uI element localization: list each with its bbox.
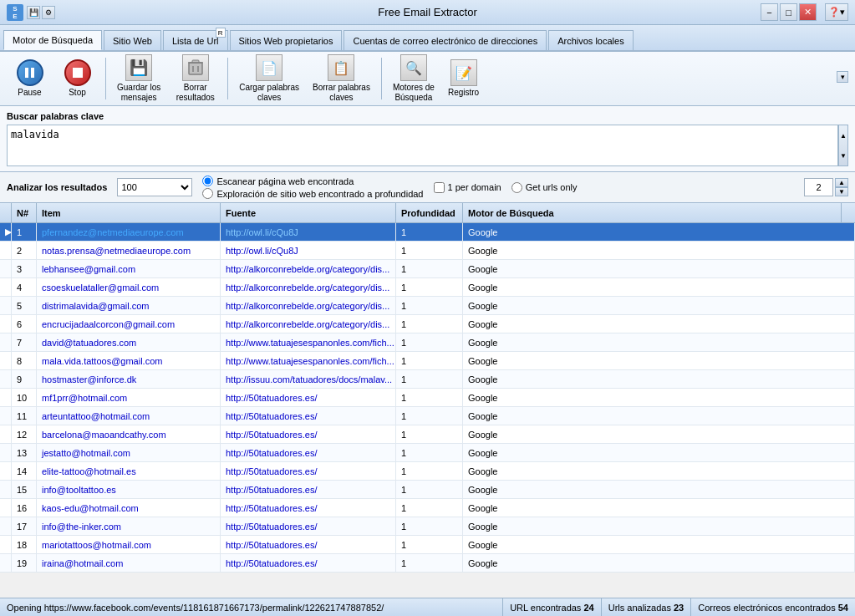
row-source: http://issuu.com/tatuadores/docs/malav..…	[221, 370, 396, 388]
row-arrow	[0, 389, 12, 406]
table-row[interactable]: 4csoeskuelataller@gmail.comhttp://alkorc…	[0, 278, 855, 297]
row-depth: 1	[396, 278, 463, 296]
table-row[interactable]: 2notas.prensa@netmediaeurope.comhttp://o…	[0, 242, 855, 260]
spin-down-button[interactable]: ▼	[835, 187, 848, 196]
table-row[interactable]: 5distrimalavida@gmail.comhttp://alkorcon…	[0, 297, 855, 315]
row-number: 3	[12, 260, 37, 277]
table-row[interactable]: 12barcelona@maoandcathy.comhttp://50tatu…	[0, 425, 855, 444]
title-save-btn[interactable]: 💾	[27, 6, 40, 19]
row-source: http://50tatuadores.es/	[221, 444, 396, 461]
row-arrow	[0, 462, 12, 480]
toolbar-expand-button[interactable]: ▾	[837, 71, 848, 83]
save-messages-button[interactable]: 💾 Guardar los mensajes	[111, 55, 166, 102]
tab-lista-url[interactable]: Lista de Url R	[163, 30, 228, 50]
row-source: http://alkorconrebelde.org/category/dis.…	[221, 297, 396, 314]
row-email: mariotattoos@hotmail.com	[37, 536, 221, 553]
row-arrow	[0, 536, 12, 553]
spin-buttons: ▲ ▼	[835, 178, 848, 196]
status-bar: Opening https://www.facebook.com/events/…	[0, 598, 855, 616]
table-scroll-wrapper: ▶1pfernandez@netmediaeurope.comhttp://ow…	[0, 223, 855, 598]
title-settings-btn[interactable]: ⚙	[42, 6, 55, 19]
explore-website-radio[interactable]	[202, 188, 213, 199]
table-row[interactable]: 18mariotattoos@hotmail.comhttp://50tatua…	[0, 536, 855, 554]
status-urls-found: URL encontradas 24	[503, 598, 602, 616]
get-urls-option[interactable]: Get urls only	[511, 182, 578, 193]
tab-cuentas[interactable]: Cuentas de correo electrónico de direcci…	[344, 30, 547, 50]
table-row[interactable]: 13jestatto@hotmail.comhttp://50tatuadore…	[0, 444, 855, 462]
row-source: http://owl.li/cQu8J	[221, 242, 396, 259]
load-keywords-button[interactable]: 📄 Cargar palabras claves	[233, 55, 305, 102]
close-button[interactable]: ✕	[799, 3, 817, 21]
minimize-button[interactable]: −	[761, 3, 778, 21]
row-search-engine: Google	[463, 425, 855, 443]
stop-button[interactable]: Stop	[54, 55, 100, 102]
row-email: csoeskuelataller@gmail.com	[37, 278, 221, 296]
pause-button[interactable]: Pause	[7, 55, 53, 102]
row-depth: 1	[396, 315, 463, 333]
table-row[interactable]: 3lebhansee@gmail.comhttp://alkorconrebel…	[0, 260, 855, 278]
row-arrow	[0, 444, 12, 461]
per-domain-checkbox[interactable]	[434, 182, 445, 193]
row-arrow	[0, 278, 12, 296]
row-email: pfernandez@netmediaeurope.com	[37, 223, 221, 241]
save-icon: 💾	[125, 54, 152, 81]
row-arrow	[0, 352, 12, 369]
search-keywords-input[interactable]: malavida	[7, 125, 838, 166]
table-row[interactable]: 9hostmaster@inforce.dkhttp://issuu.com/t…	[0, 370, 855, 389]
table-row[interactable]: 19iraina@hotmail.comhttp://50tatuadores.…	[0, 554, 855, 573]
search-section-label: Buscar palabras clave	[7, 111, 848, 121]
row-arrow: ▶	[0, 223, 12, 241]
spin-up-button[interactable]: ▲	[835, 178, 848, 187]
search-engines-button[interactable]: 🔍 Motores de Búsqueda	[387, 55, 440, 102]
scan-options-group: Escanear página web encontrada Exploraci…	[202, 176, 423, 199]
tab-sitios-propietarios[interactable]: Sitios Web propietarios	[230, 30, 343, 50]
row-number: 14	[12, 462, 37, 480]
row-email: notas.prensa@netmediaeurope.com	[37, 242, 221, 259]
table-row[interactable]: 16kaos-edu@hotmail.comhttp://50tatuadore…	[0, 499, 855, 517]
row-search-engine: Google	[463, 315, 855, 333]
scan-webpage-option[interactable]: Escanear página web encontrada	[202, 176, 423, 186]
delete-keywords-button[interactable]: 📋 Borrar palabras claves	[307, 55, 376, 102]
delete-results-button[interactable]: Borrar resultados	[168, 55, 222, 102]
per-domain-option[interactable]: 1 per domain	[434, 182, 501, 193]
row-number: 6	[12, 315, 37, 333]
table-row[interactable]: 7david@tatuadores.comhttp://www.tatuajes…	[0, 333, 855, 352]
maximize-button[interactable]: □	[780, 3, 797, 21]
load-keywords-icon: 📄	[256, 54, 282, 81]
row-number: 19	[12, 554, 37, 572]
table-row[interactable]: 10mf1prr@hotmail.comhttp://50tatuadores.…	[0, 389, 855, 407]
results-count-select[interactable]: 100 50 200	[117, 178, 192, 196]
log-button[interactable]: 📝 Registro	[442, 55, 485, 102]
delete-keywords-label: Borrar palabras claves	[313, 83, 370, 103]
table-row[interactable]: 11arteuntattoo@hotmail.comhttp://50tatua…	[0, 407, 855, 425]
row-arrow	[0, 315, 12, 333]
tab-motor-busqueda[interactable]: Motor de Búsqueda	[3, 30, 102, 50]
table-row[interactable]: 14elite-tattoo@hotmail.eshttp://50tatuad…	[0, 462, 855, 481]
title-bar: SE 💾 ⚙ Free Email Extractor − □ ✕ ❓▾	[0, 0, 855, 25]
table-row[interactable]: ▶1pfernandez@netmediaeurope.comhttp://ow…	[0, 223, 855, 242]
table-row[interactable]: 6encrucijadaalcorcon@gmail.comhttp://alk…	[0, 315, 855, 333]
options-label: Analizar los resultados	[7, 182, 107, 192]
tab-archivos[interactable]: Archivos locales	[548, 30, 633, 50]
search-scroll-down[interactable]: ▼	[839, 145, 847, 165]
help-arrow-btn[interactable]: ❓▾	[825, 3, 848, 21]
row-email: barcelona@maoandcathy.com	[37, 425, 221, 443]
row-number: 1	[12, 223, 37, 241]
search-scroll-up[interactable]: ▲	[839, 125, 847, 145]
get-urls-radio[interactable]	[511, 182, 522, 193]
row-depth: 1	[396, 462, 463, 480]
row-number: 18	[12, 536, 37, 553]
tab-sitio-web[interactable]: Sitio Web	[104, 30, 161, 50]
row-email: elite-tattoo@hotmail.es	[37, 462, 221, 480]
row-source: http://www.tatuajesespanonles.com/fich..…	[221, 352, 396, 369]
depth-spin-input[interactable]	[804, 178, 833, 196]
table-row[interactable]: 15info@tooltattoo.eshttp://50tatuadores.…	[0, 481, 855, 499]
tab-bar: Motor de Búsqueda Sitio Web Lista de Url…	[0, 25, 855, 52]
scan-webpage-radio[interactable]	[202, 176, 213, 186]
table-row[interactable]: 8mala.vida.tattoos@gmail.comhttp://www.t…	[0, 352, 855, 370]
table-row[interactable]: 17info@the-inker.comhttp://50tatuadores.…	[0, 517, 855, 536]
explore-website-option[interactable]: Exploración de sitio web encontrado a pr…	[202, 188, 423, 199]
row-number: 15	[12, 481, 37, 498]
row-number: 9	[12, 370, 37, 388]
tab-lista-badge: R	[216, 28, 226, 38]
